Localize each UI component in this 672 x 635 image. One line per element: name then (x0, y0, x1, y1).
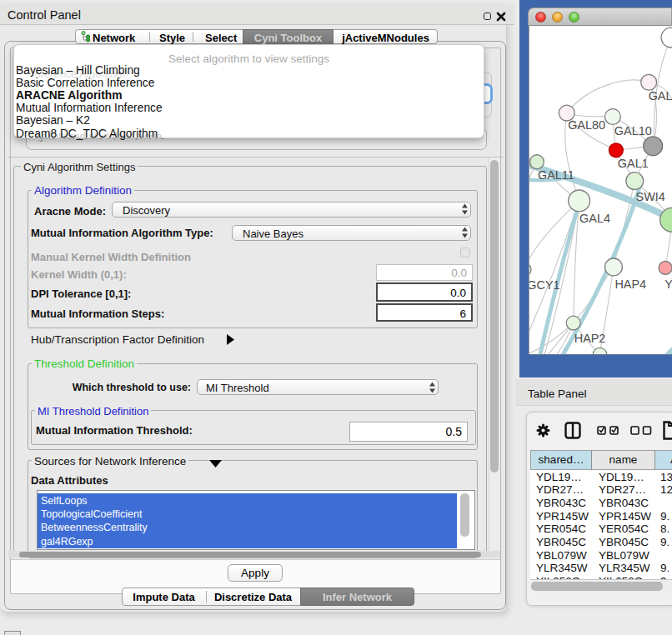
svg-text:HAP2: HAP2 (574, 332, 606, 345)
svg-text:GAL1: GAL1 (618, 157, 649, 170)
svg-text:Y: Y (664, 278, 672, 291)
svg-text:GCY1: GCY1 (529, 278, 560, 292)
svg-text:GAL10: GAL10 (614, 124, 652, 138)
svg-text:GAL: GAL (649, 89, 672, 102)
svg-text:GAL4: GAL4 (579, 212, 610, 225)
svg-text:SWI4: SWI4 (636, 190, 665, 203)
svg-text:HAP4: HAP4 (614, 278, 646, 291)
svg-text:GAL80: GAL80 (568, 118, 605, 132)
svg-text:GAL11: GAL11 (538, 168, 574, 182)
